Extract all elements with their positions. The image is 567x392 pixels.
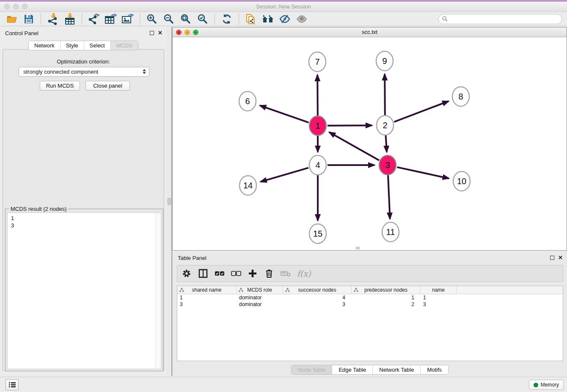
table-tab-node-table[interactable]: Node Table bbox=[292, 365, 332, 374]
node-11[interactable]: 11 bbox=[382, 222, 399, 242]
edge-2-8[interactable] bbox=[394, 101, 449, 122]
node-14[interactable]: 14 bbox=[239, 176, 256, 195]
import-network-icon[interactable] bbox=[47, 13, 59, 25]
first-neighbors-icon[interactable] bbox=[261, 13, 274, 25]
node-label: 8 bbox=[458, 92, 463, 101]
column-header-name[interactable]: name bbox=[421, 286, 457, 294]
node-15[interactable]: 15 bbox=[309, 224, 326, 243]
result-scrollbar[interactable] bbox=[155, 213, 161, 369]
task-history-button[interactable] bbox=[6, 379, 19, 390]
network-window-titlebar[interactable]: ✕ − + scc.txt bbox=[173, 28, 567, 37]
export-network-icon[interactable] bbox=[88, 13, 100, 25]
node-7[interactable]: 7 bbox=[309, 52, 326, 72]
hide-selected-icon[interactable] bbox=[278, 13, 291, 25]
node-2[interactable]: 2 bbox=[377, 116, 394, 135]
column-header-shared-name[interactable]: shared name bbox=[177, 286, 237, 294]
close-window-button[interactable] bbox=[4, 4, 10, 9]
memory-button[interactable]: Memory bbox=[529, 380, 564, 390]
cell-successor-nodes[interactable]: 3 bbox=[283, 301, 352, 308]
close-table-panel-icon[interactable]: ✕ bbox=[558, 256, 563, 260]
search-input[interactable] bbox=[450, 16, 558, 22]
function-builder-icon[interactable]: f(x) bbox=[297, 269, 311, 278]
edge-1-2[interactable] bbox=[328, 125, 372, 126]
close-panel-icon[interactable]: ✕ bbox=[158, 31, 162, 35]
table-tab-edge-table[interactable]: Edge Table bbox=[332, 365, 372, 374]
edge-2-9[interactable] bbox=[385, 74, 385, 116]
table-tab-motifs[interactable]: Motifs bbox=[420, 365, 448, 374]
tab-select[interactable]: Select bbox=[84, 41, 110, 50]
new-network-from-selection-icon[interactable] bbox=[245, 13, 257, 25]
cell-successor-nodes[interactable]: 4 bbox=[283, 294, 352, 301]
column-header-mcds-role[interactable]: MCDS role bbox=[237, 286, 283, 294]
trash-icon[interactable] bbox=[264, 268, 274, 279]
divider-handle[interactable] bbox=[168, 198, 171, 205]
zoom-in-icon[interactable] bbox=[146, 13, 158, 25]
tab-style[interactable]: Style bbox=[60, 41, 84, 50]
cell-mcds-role[interactable]: dominator bbox=[237, 294, 283, 301]
edge-2-3[interactable] bbox=[385, 135, 387, 152]
add-icon[interactable] bbox=[248, 268, 258, 279]
column-header-successor-nodes[interactable]: successor nodes bbox=[283, 286, 352, 294]
export-table-icon[interactable] bbox=[105, 13, 117, 25]
cell-mcds-role[interactable]: dominator bbox=[237, 301, 283, 308]
node-4[interactable]: 4 bbox=[309, 155, 326, 175]
show-all-icon[interactable] bbox=[295, 13, 308, 25]
minimize-window-button[interactable] bbox=[13, 4, 19, 9]
cell-predecessor-nodes[interactable]: 2 bbox=[352, 301, 421, 308]
edge-3-11[interactable] bbox=[388, 175, 390, 219]
split-panel-icon[interactable] bbox=[198, 268, 208, 279]
network-maximize-button[interactable]: + bbox=[193, 30, 198, 35]
table-tab-network-table[interactable]: Network Table bbox=[372, 365, 420, 374]
tab-network[interactable]: Network bbox=[29, 41, 60, 50]
tab-mcds[interactable]: MCDS bbox=[110, 41, 138, 50]
panel-divider[interactable] bbox=[167, 27, 172, 376]
import-table-icon[interactable] bbox=[63, 13, 76, 25]
cell-name[interactable]: 1 bbox=[421, 294, 457, 301]
save-session-icon[interactable] bbox=[22, 13, 35, 25]
node-10[interactable]: 10 bbox=[453, 171, 470, 191]
network-canvas[interactable]: 7968124314101511 bbox=[173, 37, 567, 250]
node-table[interactable]: shared nameMCDS rolesuccessor nodesprede… bbox=[177, 286, 563, 361]
optimization-criterion-label: Optimization criterion: bbox=[0, 58, 167, 65]
maximize-window-button[interactable] bbox=[22, 4, 28, 9]
node-label: 15 bbox=[313, 229, 322, 238]
run-mcds-button[interactable]: Run MCDS bbox=[40, 81, 80, 91]
canvas-resize-grip[interactable] bbox=[356, 247, 360, 249]
cell-name[interactable]: 3 bbox=[421, 301, 457, 308]
cell-predecessor-nodes[interactable]: 1 bbox=[352, 294, 421, 301]
edge-4-14[interactable] bbox=[261, 168, 308, 182]
close-panel-button[interactable]: Close panel bbox=[85, 81, 130, 91]
zoom-selected-icon[interactable] bbox=[196, 13, 209, 25]
table-row[interactable]: 1dominator411 bbox=[177, 294, 563, 301]
cell-shared-name[interactable]: 1 bbox=[177, 294, 237, 301]
network-graph[interactable]: 7968124314101511 bbox=[173, 37, 567, 250]
node-6[interactable]: 6 bbox=[239, 91, 256, 111]
search-field[interactable] bbox=[438, 14, 562, 24]
node-3[interactable]: 3 bbox=[379, 155, 396, 175]
edge-3-1[interactable] bbox=[329, 132, 379, 160]
edge-1-7[interactable] bbox=[317, 75, 318, 116]
deselect-all-icon[interactable] bbox=[231, 268, 241, 279]
table-row[interactable]: 3dominator323 bbox=[177, 301, 563, 308]
open-session-icon[interactable] bbox=[6, 13, 18, 25]
zoom-out-icon[interactable] bbox=[162, 13, 175, 25]
column-header-predecessor-nodes[interactable]: predecessor nodes bbox=[352, 286, 421, 294]
export-image-icon[interactable] bbox=[121, 13, 134, 25]
delete-column-icon[interactable] bbox=[281, 268, 291, 279]
zoom-fit-icon[interactable] bbox=[179, 13, 192, 25]
cell-shared-name[interactable]: 3 bbox=[177, 301, 237, 308]
network-close-button[interactable]: ✕ bbox=[176, 30, 182, 35]
float-panel-icon[interactable] bbox=[150, 31, 154, 35]
network-minimize-button[interactable]: − bbox=[184, 30, 190, 35]
edge-3-10[interactable] bbox=[397, 167, 449, 179]
node-8[interactable]: 8 bbox=[452, 87, 469, 106]
select-all-icon[interactable] bbox=[215, 268, 225, 279]
mcds-result-area[interactable]: 13 bbox=[7, 213, 161, 369]
gear-icon[interactable] bbox=[182, 268, 192, 279]
refresh-layout-icon[interactable] bbox=[220, 13, 233, 25]
node-1[interactable]: 1 bbox=[309, 116, 326, 135]
float-table-panel-icon[interactable] bbox=[550, 256, 554, 260]
criterion-dropdown[interactable]: strongly connected component bbox=[19, 67, 149, 77]
node-9[interactable]: 9 bbox=[376, 51, 393, 71]
edge-1-6[interactable] bbox=[260, 105, 308, 122]
